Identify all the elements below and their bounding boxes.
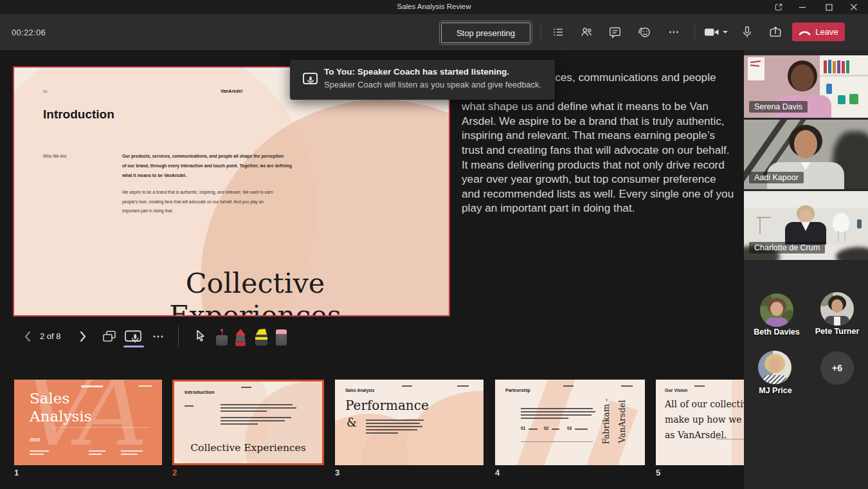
more-tools-icon[interactable] [152, 331, 165, 342]
camera-dropdown-icon[interactable] [721, 24, 729, 40]
decor [833, 61, 836, 73]
highlighter-tool-icon[interactable] [255, 329, 267, 347]
decor [849, 94, 858, 104]
avatar-name-label: Beth Davies [745, 328, 809, 337]
thumb1-year: 2019 [30, 438, 40, 442]
thumbnail-5-number: 5 [656, 468, 660, 477]
decor [521, 418, 568, 419]
reactions-icon[interactable] [637, 24, 652, 40]
thumb3-title: Performance [345, 398, 429, 413]
thumb4-header: Partnership [505, 388, 530, 392]
decor [235, 329, 246, 335]
previous-slide-button[interactable] [23, 330, 32, 343]
slide-position: 2 of 8 [40, 331, 61, 341]
decor [139, 385, 152, 387]
decor [759, 218, 761, 234]
meeting-timer: 00:22:06 [12, 28, 46, 37]
decor [221, 423, 258, 425]
thumb5-header: Our Vision [665, 388, 687, 392]
decor [694, 385, 705, 387]
decor [89, 450, 105, 452]
window-title: Sales Analysis Review [0, 3, 868, 10]
mic-icon[interactable] [739, 24, 755, 40]
cursor-tool-icon[interactable] [195, 329, 206, 344]
minimize-icon[interactable] [793, 0, 812, 14]
avatar-pete-turner[interactable] [820, 292, 854, 326]
camera-icon[interactable] [702, 24, 721, 40]
thumb1-title-line2: Analysis [30, 408, 91, 425]
decor [366, 432, 398, 434]
speaker-coach-toggle-icon[interactable] [123, 329, 143, 345]
decor [221, 420, 285, 421]
decor [235, 342, 246, 346]
slide-controls: 2 of 8 [0, 325, 450, 351]
thumb5-line: make up how we co [665, 414, 744, 425]
avatar-mj-price[interactable] [758, 351, 791, 384]
video-tile-charlotte[interactable]: Charlotte de Crum [744, 191, 868, 260]
thumbnail-slide-1[interactable]: VA Sales Analysis 2019 [14, 380, 162, 465]
thumbnail-3-number: 3 [335, 468, 339, 477]
decor [366, 420, 424, 421]
video-tile-aadi[interactable]: Aadi Kapoor [744, 120, 868, 189]
more-options-icon[interactable] [666, 24, 682, 40]
leave-button[interactable]: Leave [792, 23, 845, 41]
grid-view-icon[interactable] [102, 329, 117, 344]
thumbnail-slide-4[interactable]: Partnership 01 02 03 Fabrikam - VanArsde… [495, 380, 645, 465]
participants-icon[interactable] [579, 24, 594, 40]
decor [770, 302, 783, 316]
hangup-icon [799, 28, 811, 36]
chat-icon[interactable] [607, 24, 622, 40]
avatar-beth-davies[interactable] [760, 293, 793, 327]
laser-pointer-tool-icon[interactable] [215, 329, 228, 347]
stop-presenting-label: Stop presenting [457, 28, 515, 38]
decor [838, 95, 845, 104]
decor [235, 335, 246, 342]
decor [221, 411, 267, 412]
decor [521, 414, 592, 416]
coach-active-underline [123, 346, 144, 347]
close-icon[interactable] [844, 0, 863, 14]
decor [216, 335, 228, 346]
red-pen-tool-icon[interactable] [234, 329, 247, 347]
thumbnail-slide-3[interactable]: Sales Analysis Performance & [335, 380, 484, 465]
toast-subtitle: Speaker Coach will listen as you speak a… [324, 80, 541, 89]
share-tray-icon[interactable] [768, 24, 783, 40]
decor [766, 318, 788, 327]
decor [857, 219, 862, 228]
thumb3-header: Sales Analysis [345, 388, 374, 392]
decor [820, 75, 868, 77]
next-slide-button[interactable] [78, 330, 87, 343]
decor [457, 385, 469, 387]
meeting-toolbar: 00:22:06 Stop presenting [0, 14, 868, 50]
thumb4-item-3: 03 [567, 426, 572, 430]
decor [521, 411, 595, 412]
participant-name-label: Charlotte de Crum [749, 242, 825, 254]
toolbar-divider [694, 23, 695, 41]
stop-presenting-button[interactable]: Stop presenting [441, 23, 530, 43]
thumb2-title: Collective Experiences [174, 442, 322, 454]
avatar-name-label: MJ Price [743, 386, 808, 395]
maximize-icon[interactable] [819, 0, 838, 14]
decor [221, 417, 291, 418]
thumb2-heading: Introduction [185, 389, 215, 395]
decor [769, 358, 781, 372]
speaker-coach-toast[interactable]: To You: Speaker Coach has started listen… [290, 60, 555, 100]
popout-icon[interactable] [769, 0, 788, 14]
decor [276, 334, 287, 346]
decor [834, 317, 840, 326]
video-tile-serena[interactable]: Serena Davis [744, 55, 868, 118]
thumbnail-slide-5[interactable]: Our Vision All of our collective make up… [656, 380, 744, 465]
toolbar-divider [541, 23, 541, 41]
eraser-tool-icon[interactable] [275, 329, 287, 347]
teams-meeting-window: Sales Analysis Review 00:22:06 Stop pres… [0, 0, 868, 489]
decor [529, 429, 538, 430]
participant-name-label: Serena Davis [749, 101, 808, 113]
decor [791, 64, 814, 91]
thumbnail-2-number: 2 [172, 468, 177, 477]
overflow-participants-badge[interactable]: +6 [820, 351, 854, 385]
thumbnail-1-number: 1 [14, 468, 19, 477]
decor [837, 60, 840, 73]
thumbnail-slide-2-selected[interactable]: Introduction Collective Experiences [172, 380, 324, 465]
agenda-icon[interactable] [550, 24, 566, 40]
decor [366, 429, 417, 430]
